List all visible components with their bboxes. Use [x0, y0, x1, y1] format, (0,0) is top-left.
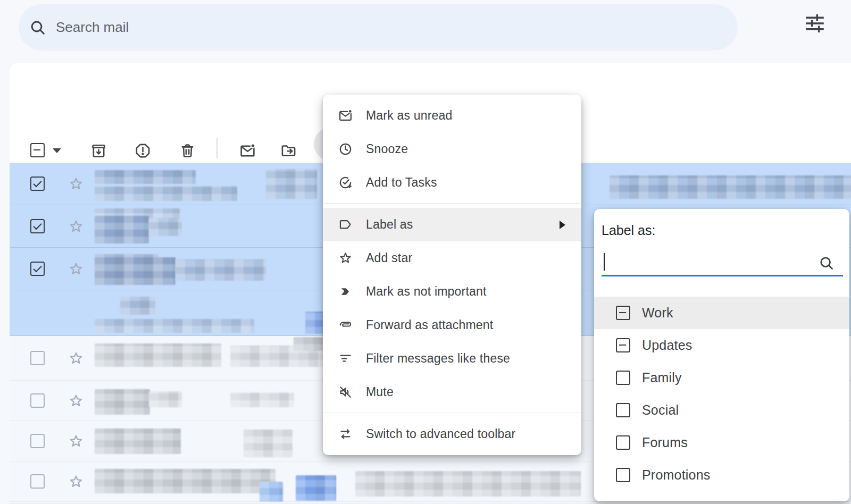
menu-divider [323, 413, 581, 413]
redacted-email-content [95, 429, 181, 454]
redacted-email-content [95, 343, 221, 367]
label-checkbox[interactable] [616, 468, 630, 482]
label-list-item[interactable]: Social [594, 394, 849, 426]
more-menu: Mark as unread Snooze Add to Tasks Label… [323, 95, 581, 455]
menu-item[interactable]: Add star [323, 241, 581, 275]
label-checkbox[interactable] [616, 371, 630, 385]
redacted-email-content [610, 175, 851, 199]
row-checkbox[interactable] [30, 177, 45, 191]
menu-item[interactable]: Mark as unread [323, 99, 581, 132]
mute-icon [338, 385, 353, 399]
star-icon[interactable] [68, 261, 84, 277]
redacted-email-content [95, 469, 276, 493]
tune-icon[interactable] [804, 13, 825, 34]
label-checkbox[interactable] [616, 403, 630, 417]
mark-unread-icon [338, 108, 353, 123]
redacted-email-content [95, 170, 196, 184]
redacted-email-content [230, 392, 294, 407]
row-checkbox[interactable] [30, 219, 45, 233]
menu-item[interactable]: Add to Tasks [323, 166, 581, 199]
search-bar[interactable]: Search mail [19, 4, 738, 51]
label-list: Work Updates Family Social Forums Promot… [594, 297, 849, 491]
not-important-icon [338, 284, 353, 299]
email-row[interactable] [10, 502, 851, 504]
redacted-email-content [95, 216, 149, 243]
label-search-input[interactable] [602, 247, 843, 276]
label-list-item[interactable]: Updates [594, 329, 849, 362]
menu-item[interactable]: Snooze [323, 132, 581, 166]
filter-icon [338, 351, 353, 366]
menu-item[interactable]: Label as [323, 208, 581, 241]
menu-item[interactable]: Mute [323, 375, 581, 409]
search-input[interactable]: Search mail [56, 19, 738, 36]
redacted-email-content [244, 430, 293, 457]
redacted-email-content [176, 259, 266, 281]
redacted-email-content [266, 169, 317, 199]
star-icon[interactable] [68, 219, 84, 234]
redacted-email-content [149, 391, 182, 407]
search-icon [29, 19, 46, 36]
menu-item[interactable]: Switch to advanced toolbar [323, 417, 581, 451]
label-list-item[interactable]: Forums [594, 426, 849, 459]
redacted-email-content [149, 218, 182, 236]
redacted-email-content [95, 389, 150, 415]
redacted-email-content [260, 482, 283, 502]
label-as-title: Label as: [602, 223, 655, 238]
label-checkbox[interactable] [616, 338, 630, 352]
menu-divider [323, 203, 581, 204]
label-checkbox[interactable] [616, 435, 630, 450]
star-icon[interactable] [68, 176, 84, 192]
text-cursor [604, 253, 605, 271]
star-icon[interactable] [68, 474, 84, 490]
redacted-email-content [95, 319, 254, 333]
menu-item[interactable]: Filter messages like these [323, 342, 581, 375]
submenu-arrow-icon [560, 221, 565, 229]
menu-item[interactable]: Mark as not important [323, 275, 581, 308]
snooze-icon [338, 142, 353, 156]
add-star-icon [338, 251, 353, 265]
search-icon [819, 255, 835, 271]
star-icon[interactable] [68, 393, 84, 409]
star-icon[interactable] [68, 433, 84, 449]
redacted-email-content [95, 186, 237, 201]
redacted-email-content [355, 471, 581, 497]
add-to-tasks-icon [338, 175, 353, 190]
label-as-submenu: Label as: Work Updates Family Social For… [594, 209, 849, 501]
label-checkbox[interactable] [616, 306, 630, 320]
label-list-item[interactable]: Promotions [594, 459, 849, 491]
row-checkbox[interactable] [30, 351, 45, 365]
redacted-email-content [120, 297, 155, 315]
star-icon[interactable] [68, 350, 84, 366]
label-icon [338, 217, 353, 232]
label-list-item[interactable]: Work [594, 297, 849, 329]
label-list-item[interactable]: Family [594, 362, 849, 394]
row-checkbox[interactable] [30, 434, 45, 448]
redacted-email-content [95, 257, 176, 285]
switch-toolbar-icon [338, 427, 353, 441]
row-checkbox[interactable] [30, 474, 45, 489]
row-checkbox[interactable] [30, 262, 45, 276]
redacted-email-content [296, 475, 336, 501]
forward-attachment-icon [338, 318, 353, 332]
menu-item[interactable]: Forward as attachment [323, 308, 581, 342]
row-checkbox[interactable] [30, 393, 45, 408]
